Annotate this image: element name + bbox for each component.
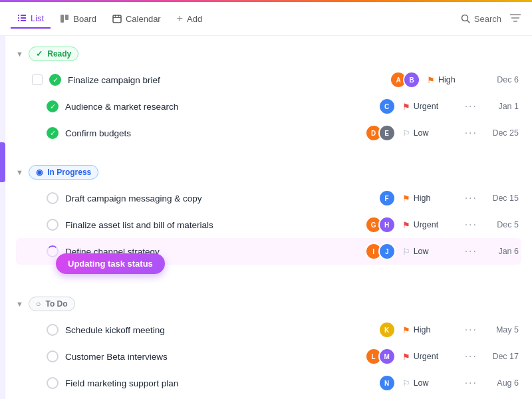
task-avatars: N (378, 374, 396, 392)
task-priority: ⚑ High (427, 75, 480, 85)
table-row[interactable]: ✓ Finalize campaign brief A B ⚑ High Dec… (16, 66, 521, 93)
flag-icon: ⚑ (402, 325, 410, 335)
flag-icon: ⚑ (427, 75, 435, 85)
task-due-date: Aug 6 (487, 378, 519, 388)
task-priority: ⚐ Low (402, 378, 456, 388)
table-row[interactable]: Field marketing support plan N ⚐ Low ···… (16, 370, 521, 396)
task-avatars: C (378, 98, 396, 115)
svg-rect-7 (65, 15, 68, 20)
svg-rect-5 (21, 20, 26, 21)
header-nav: List Board Calendar + Add Search (0, 2, 532, 36)
todo-icon: ○ (36, 299, 41, 309)
task-checkbox[interactable] (32, 74, 43, 85)
flag-icon: ⚑ (402, 194, 410, 203)
svg-rect-0 (18, 15, 19, 16)
filter-button[interactable] (509, 13, 521, 25)
task-avatars: F (378, 190, 396, 207)
todo-collapse-chevron[interactable]: ▼ (16, 300, 23, 308)
task-name: Finalize asset list and bill of material… (65, 220, 358, 230)
svg-rect-3 (21, 17, 26, 19)
more-options-button[interactable]: ··· (462, 377, 480, 389)
task-priority: ⚐ Low (402, 128, 456, 138)
more-options-button[interactable]: ··· (462, 100, 480, 112)
task-status-empty (47, 219, 59, 231)
avatar: F (378, 190, 396, 207)
task-status-empty (47, 350, 59, 362)
task-name: Confirm budgets (65, 128, 358, 138)
flag-icon: ⚐ (402, 247, 410, 257)
priority-label: Low (414, 128, 429, 138)
nav-list[interactable]: List (11, 9, 51, 29)
filter-icon (509, 13, 521, 23)
task-due-date: Dec 6 (487, 75, 519, 84)
svg-rect-8 (113, 15, 121, 23)
avatar: C (378, 98, 396, 115)
calendar-icon (112, 14, 122, 23)
table-row[interactable]: Schedule kickoff meeting K ⚑ High ··· Ma… (16, 317, 521, 343)
main-content: ▼ ✓ Ready ✓ Finalize campaign brief A B … (0, 36, 532, 399)
more-options-button[interactable]: ··· (462, 127, 480, 139)
nav-calendar[interactable]: Calendar (106, 10, 168, 28)
avatar: E (378, 124, 396, 142)
task-priority: ⚑ Urgent (402, 102, 456, 112)
priority-label: Low (414, 247, 429, 256)
task-due-date: Dec 25 (487, 128, 519, 138)
more-options-button[interactable]: ··· (462, 350, 480, 362)
more-options-button[interactable]: ··· (462, 245, 480, 257)
avatar: K (378, 321, 396, 338)
flag-icon: ⚐ (402, 378, 410, 388)
header-actions: Search (461, 13, 521, 25)
avatar: H (378, 216, 396, 233)
search-icon (461, 14, 470, 23)
task-priority: ⚐ Low (402, 247, 456, 257)
task-priority: ⚑ Urgent (402, 352, 456, 362)
task-priority: ⚑ High (402, 325, 456, 335)
task-due-date: Dec 15 (487, 194, 519, 203)
priority-label: Urgent (414, 220, 439, 229)
inprogress-badge: ◉ In Progress (29, 165, 98, 180)
inprogress-task-list: Draft campaign messaging & copy F ⚑ High… (16, 185, 521, 265)
nav-board-label: Board (73, 14, 96, 24)
priority-label: High (414, 194, 431, 203)
task-due-date: May 5 (487, 325, 519, 334)
task-status-empty (47, 377, 59, 389)
ready-task-list: ✓ Finalize campaign brief A B ⚑ High Dec… (16, 66, 521, 146)
more-options-button[interactable]: ··· (462, 324, 480, 336)
nav-board[interactable]: Board (53, 10, 103, 28)
left-sidebar-accent (0, 36, 5, 399)
task-due-date: Dec 5 (487, 220, 519, 229)
priority-label: High (414, 325, 431, 334)
nav-add[interactable]: + Add (170, 9, 209, 29)
sidebar-active-indicator (0, 142, 5, 182)
task-name: Audience & market research (65, 102, 372, 112)
more-options-button[interactable]: ··· (462, 192, 480, 204)
inprogress-icon: ◉ (36, 168, 43, 177)
task-list-container: ▼ ✓ Ready ✓ Finalize campaign brief A B … (5, 36, 532, 399)
table-row[interactable]: Define channel strategy I J ⚐ Low ··· Ja… (16, 238, 521, 265)
task-avatars: L M (365, 348, 396, 365)
todo-badge-label: To Do (45, 299, 67, 309)
inprogress-collapse-chevron[interactable]: ▼ (16, 168, 23, 176)
task-status-empty (47, 192, 59, 204)
search-button[interactable]: Search (461, 14, 501, 24)
section-ready-header: ▼ ✓ Ready (16, 44, 521, 64)
ready-collapse-chevron[interactable]: ▼ (16, 50, 23, 58)
priority-label: Low (414, 378, 429, 388)
table-row[interactable]: ✓ Audience & market research C ⚑ Urgent … (16, 93, 521, 120)
svg-rect-2 (18, 17, 19, 19)
task-name: Finalize campaign brief (68, 75, 383, 85)
table-row[interactable]: Customer Beta interviews L M ⚑ Urgent ··… (16, 343, 521, 370)
table-row[interactable]: Finalize asset list and bill of material… (16, 211, 521, 238)
inprogress-badge-label: In Progress (47, 168, 91, 177)
svg-rect-4 (18, 20, 19, 21)
task-avatars: K (378, 321, 396, 338)
table-row[interactable]: Draft campaign messaging & copy F ⚑ High… (16, 185, 521, 211)
svg-rect-6 (61, 15, 64, 23)
task-avatars: D E (365, 124, 396, 142)
task-due-date: Jan 6 (487, 247, 519, 256)
task-avatars: A B (390, 71, 420, 88)
avatar: M (378, 348, 396, 365)
task-status-done: ✓ (47, 100, 59, 112)
more-options-button[interactable]: ··· (462, 219, 480, 231)
table-row[interactable]: ✓ Confirm budgets D E ⚐ Low ··· Dec 25 (16, 120, 521, 146)
